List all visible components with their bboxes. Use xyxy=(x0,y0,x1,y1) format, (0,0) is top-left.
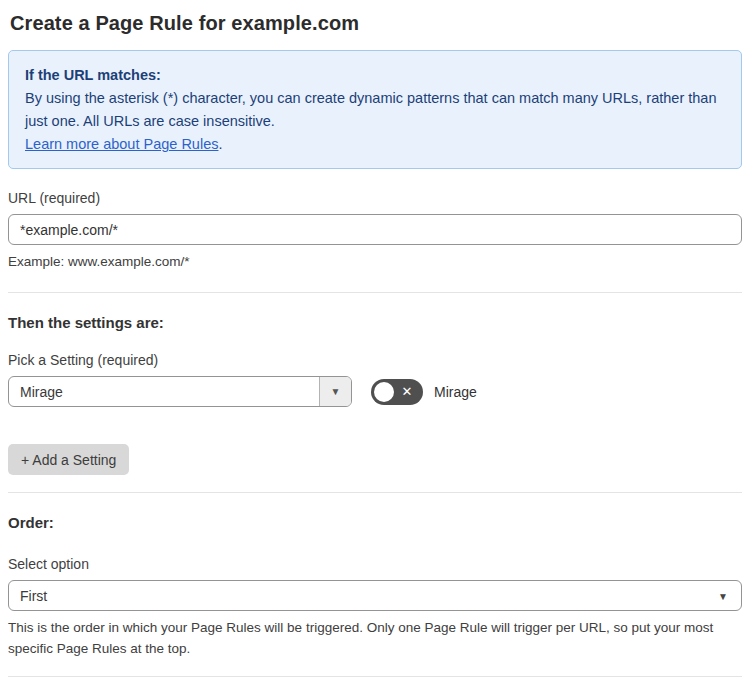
section-divider xyxy=(8,492,742,493)
link-suffix: . xyxy=(218,136,222,152)
learn-more-link[interactable]: Learn more about Page Rules xyxy=(25,136,218,152)
pick-setting-label: Pick a Setting (required) xyxy=(8,352,742,368)
setting-row: Mirage ▼ ✕ Mirage xyxy=(8,376,742,407)
order-helper-text: This is the order in which your Page Rul… xyxy=(8,617,742,659)
order-select-value: First xyxy=(20,588,47,604)
chevron-down-icon: ▼ xyxy=(331,386,341,397)
order-section-heading: Order: xyxy=(8,514,742,531)
toggle-knob xyxy=(374,382,394,402)
page-title: Create a Page Rule for example.com xyxy=(10,12,742,35)
url-field-label: URL (required) xyxy=(8,190,742,206)
toggle-label: Mirage xyxy=(434,384,477,400)
section-divider xyxy=(8,292,742,293)
add-setting-button[interactable]: + Add a Setting xyxy=(8,444,129,475)
footer-divider xyxy=(8,676,742,677)
order-select-label: Select option xyxy=(8,556,742,572)
info-box-heading: If the URL matches: xyxy=(25,64,725,87)
url-input[interactable] xyxy=(8,214,742,245)
info-box-body: By using the asterisk (*) character, you… xyxy=(25,87,725,133)
create-page-rule-form: Create a Page Rule for example.com If th… xyxy=(0,0,750,684)
order-select[interactable]: First ▼ xyxy=(8,580,742,611)
url-example-helper: Example: www.example.com/* xyxy=(8,251,742,272)
url-match-info-box: If the URL matches: By using the asteris… xyxy=(8,50,742,169)
setting-select-value: Mirage xyxy=(9,377,319,406)
settings-section-heading: Then the settings are: xyxy=(8,314,742,331)
mirage-toggle[interactable]: ✕ xyxy=(371,379,423,405)
setting-select-arrow-button[interactable]: ▼ xyxy=(319,377,351,406)
chevron-down-icon: ▼ xyxy=(718,590,728,601)
setting-select[interactable]: Mirage ▼ xyxy=(8,376,352,407)
info-box-link-line: Learn more about Page Rules. xyxy=(25,133,725,156)
toggle-off-x-icon: ✕ xyxy=(394,385,420,398)
